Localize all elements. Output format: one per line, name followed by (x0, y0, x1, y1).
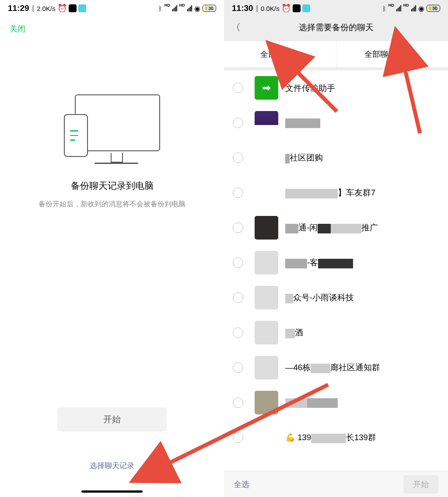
app-icon-1 (293, 4, 301, 12)
radio-unchecked[interactable] (233, 327, 243, 338)
status-time: 11:30 (232, 3, 253, 13)
chat-row[interactable]: 💪 139长139群 (224, 420, 448, 455)
avatar (255, 216, 278, 240)
battery-icon: 30 (427, 5, 440, 12)
bluetooth-icon: ᛒ (158, 5, 162, 12)
chat-row[interactable] (224, 105, 448, 140)
radio-unchecked[interactable] (233, 188, 243, 198)
status-net: 2.0K/s (37, 5, 56, 12)
chat-name: 社区团购 (285, 152, 441, 163)
app-icon-2 (302, 4, 310, 12)
select-all-button[interactable]: 全选 (234, 479, 249, 490)
avatar (255, 356, 278, 379)
screen-select-chats: 11:30 0.0K/s ⏰ ᛒ HD HD ◉ 30 〈 选择需要备份的聊天 … (224, 0, 448, 497)
chat-row[interactable] (224, 385, 448, 420)
status-bar: 11:30 0.0K/s ⏰ ᛒ HD HD ◉ 30 (224, 0, 448, 16)
app-icon-1 (69, 4, 77, 12)
close-button[interactable]: 关闭 (10, 24, 25, 33)
avatar (255, 391, 278, 414)
page-subtitle: 备份开始后，新收到的消息将不会被备份到电脑 (0, 200, 224, 209)
chat-name: 文件传输助手 (285, 83, 441, 94)
wifi-icon: ◉ (194, 4, 200, 13)
chat-name: —46栋廊社区通知群 (285, 362, 441, 373)
avatar (255, 146, 278, 170)
filter-time[interactable]: 全部时间﹀ (224, 41, 336, 67)
screen-backup: 11:29 2.0K/s ⏰ ᛒ HD HD ◉ 30 关闭 备份聊天记录到电脑… (0, 0, 224, 497)
app-icon-2 (78, 4, 86, 12)
radio-unchecked[interactable] (233, 257, 243, 268)
radio-unchecked[interactable] (233, 153, 243, 163)
chat-name: 💪 139长139群 (285, 432, 441, 443)
chat-name: 众号-小雨谈科技 (285, 292, 441, 303)
chat-row[interactable]: —46栋廊社区通知群 (224, 350, 448, 385)
radio-unchecked[interactable] (233, 362, 243, 373)
chat-row[interactable]: 酒 (224, 315, 448, 350)
header: 〈 选择需要备份的聊天 (224, 16, 448, 41)
chat-row[interactable]: ➡ 文件传输助手 (224, 70, 448, 105)
chevron-down-icon: ﹀ (294, 51, 300, 58)
chat-name: 】车友群7 (285, 187, 441, 198)
bluetooth-icon: ᛒ (382, 5, 386, 12)
chat-name: 酒 (285, 327, 441, 338)
status-net: 0.0K/s (261, 5, 280, 12)
avatar (255, 321, 278, 344)
chat-name: 通-闲推广 (285, 222, 441, 233)
wifi-icon: ◉ (418, 4, 424, 13)
signal-icon-1 (172, 5, 177, 11)
chat-name (285, 397, 441, 407)
status-bar: 11:29 2.0K/s ⏰ ᛒ HD HD ◉ 30 (0, 0, 224, 16)
avatar (255, 251, 278, 275)
home-indicator[interactable] (81, 490, 143, 493)
chat-name (285, 118, 441, 128)
alarm-icon: ⏰ (281, 3, 291, 13)
signal-icon-2 (187, 5, 192, 11)
page-title: 备份聊天记录到电脑 (0, 180, 224, 192)
chat-row[interactable]: 社区团购 (224, 140, 448, 175)
avatar-file-transfer: ➡ (255, 76, 278, 100)
avatar (255, 286, 278, 309)
chat-row[interactable]: 众号-小雨谈科技 (224, 280, 448, 315)
chevron-down-icon: ﹀ (414, 51, 420, 58)
radio-unchecked[interactable] (233, 118, 243, 128)
signal-icon-2 (411, 5, 416, 11)
devices-illustration (0, 94, 224, 162)
chat-list[interactable]: ➡ 文件传输助手 社区团购 】车友群7 通-闲推广 (224, 70, 448, 471)
battery-icon: 30 (203, 5, 216, 12)
avatar (255, 426, 278, 449)
avatar (255, 111, 278, 135)
radio-unchecked[interactable] (233, 292, 243, 303)
chat-row[interactable]: -客 (224, 245, 448, 280)
avatar (255, 181, 278, 205)
radio-unchecked[interactable] (233, 397, 243, 408)
chat-row[interactable]: 】车友群7 (224, 175, 448, 210)
radio-unchecked[interactable] (233, 222, 243, 233)
radio-unchecked[interactable] (233, 432, 243, 443)
header-title: 选择需要备份的聊天 (299, 22, 374, 33)
alarm-icon: ⏰ (57, 3, 67, 13)
bottom-bar: 全选 开始 (224, 471, 448, 497)
status-time: 11:29 (8, 3, 29, 13)
select-chat-link[interactable]: 选择聊天记录 (90, 461, 134, 471)
back-button[interactable]: 〈 (231, 21, 241, 34)
radio-unchecked[interactable] (233, 83, 243, 93)
signal-icon-1 (396, 5, 401, 11)
filter-scope[interactable]: 全部聊天记录﹀ (336, 41, 448, 67)
chat-row[interactable]: 通-闲推广 (224, 210, 448, 245)
start-button[interactable]: 开始 (57, 407, 167, 431)
chat-name: -客 (285, 257, 441, 268)
start-button[interactable]: 开始 (403, 475, 438, 494)
filter-bar: 全部时间﹀ 全部聊天记录﹀ (224, 41, 448, 67)
